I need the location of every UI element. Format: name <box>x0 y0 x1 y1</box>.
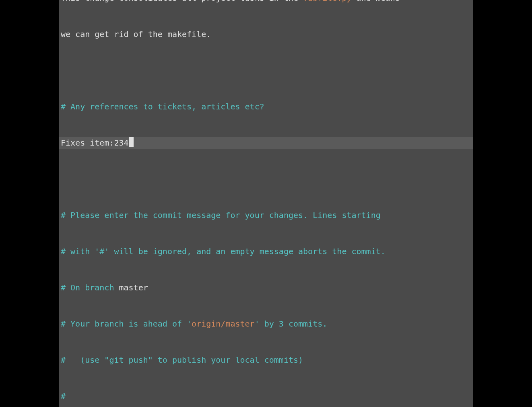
ahead-line: # Your branch is ahead of 'origin/master… <box>61 318 471 330</box>
push-hint: # (use "git push" to publish your local … <box>61 355 303 365</box>
vim-window: 5. COMMIT_EDITMSG + (~/Workspace/octoclo… <box>59 0 473 407</box>
comment-line: # Any references to tickets, articles et… <box>61 102 264 111</box>
branch-line: # On branch master <box>61 282 471 294</box>
cursor-line: Fixes item:234 <box>59 137 473 149</box>
git-help-line: # Please enter the commit message for yo… <box>61 210 381 220</box>
body-line: This change consolidates all project tas… <box>61 0 471 4</box>
body-line: we can get rid of the makefile. <box>61 28 471 40</box>
cursor <box>129 137 134 147</box>
git-help-line: # with '#' will be ignored, and an empty… <box>61 247 386 256</box>
editor-area[interactable]: # If this commit is applied, it will... … <box>59 0 473 407</box>
